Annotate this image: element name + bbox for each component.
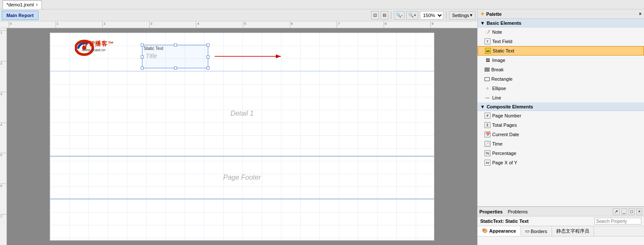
line-icon: — [484, 95, 490, 101]
properties-action-button[interactable]: ↗ [613, 208, 620, 215]
note-label: Note [492, 29, 502, 35]
basic-section-label: Basic Elements [487, 20, 521, 26]
break-icon [484, 67, 490, 72]
composite-elements-header[interactable]: ▼ Composite Elements [478, 102, 644, 111]
ruler-mark-8: 8 [384, 21, 431, 28]
palette-item-pagexy[interactable]: ## Page X of Y [478, 158, 644, 167]
footer-label: Page Footer [223, 174, 261, 181]
currentdate-icon: 📅 [484, 131, 490, 137]
palette-item-rectangle[interactable]: Rectangle [478, 74, 644, 84]
palette-item-ellipse[interactable]: ○ Ellipse [478, 84, 644, 93]
palette-item-statictext[interactable]: ab Static Text Static text element [478, 46, 644, 55]
borders-icon: ▭ [525, 228, 529, 234]
statictext-label: Static Text [493, 48, 514, 53]
break-label: Break [491, 67, 504, 72]
properties-toolbar: Properties Problems ↗ _ □ × [478, 207, 644, 216]
properties-max-button[interactable]: □ [629, 208, 635, 215]
expand-icon: ▼ [480, 20, 485, 26]
tab-appearance[interactable]: 🎨 Appearance [478, 226, 521, 236]
palette-item-currentdate[interactable]: 📅 Current Date [478, 130, 644, 139]
composite-expand-icon: ▼ [480, 104, 485, 109]
palette-close[interactable]: × [639, 12, 641, 16]
extra-label: 静态文字程序员 [556, 228, 589, 234]
properties-close-button[interactable]: × [636, 208, 642, 215]
properties-panel: Properties Problems ↗ _ □ × StaticText: … [478, 207, 644, 245]
properties-label: Properties [479, 209, 502, 214]
percentage-label: Percentage [492, 151, 516, 156]
ellipse-icon: ○ [484, 85, 490, 91]
pagexy-icon: ## [484, 160, 490, 166]
textfield-label: Text Field [492, 39, 512, 44]
canvas-scroll-area[interactable]: 传智播客™ www.itcast.cn [7, 28, 477, 245]
properties-min-button[interactable]: _ [621, 208, 627, 215]
main-report-tab[interactable]: Main Report [2, 11, 38, 20]
file-tab-close[interactable]: × [35, 3, 38, 7]
ruler-mark-4: 4 [196, 21, 243, 28]
handle-tm[interactable] [174, 44, 177, 47]
palette-item-break[interactable]: Break [478, 65, 644, 74]
currentdate-label: Current Date [492, 132, 519, 137]
file-tab-label: *demo1.jrxml [6, 2, 34, 7]
palette-item-time[interactable]: 🕐 Time [478, 139, 644, 149]
basic-elements-header[interactable]: ▼ Basic Elements [478, 19, 644, 27]
palette-item-image[interactable]: 🖼 Image [478, 55, 644, 65]
ruler-mark-0: 0 [9, 21, 56, 28]
vertical-ruler: 1 2 3 4 5 6 7 [0, 28, 7, 245]
detail-band: Detail 1 [50, 71, 434, 157]
line-label: Line [492, 95, 501, 100]
logo-url: www.itcast.cn [82, 48, 106, 52]
handle-br[interactable] [207, 67, 210, 70]
percentage-icon: % [484, 150, 490, 156]
zoom-in-button[interactable]: 🔍+ [406, 11, 418, 20]
fit-page-button[interactable]: ⊡ [371, 11, 379, 20]
handle-mr[interactable] [207, 55, 210, 58]
toolbar-separator-2 [446, 12, 446, 19]
file-tab[interactable]: *demo1.jrxml × [3, 0, 42, 9]
property-search-input[interactable] [594, 218, 641, 225]
palette-item-totalpages[interactable]: Σ Total Pages [478, 120, 644, 130]
static-text-element[interactable]: Static Text Title [142, 45, 208, 68]
v-mark-5: 5 [0, 153, 6, 184]
palette-item-pagenumber[interactable]: # Page Number [478, 111, 644, 120]
handle-ml[interactable] [141, 55, 144, 58]
ruler-mark-7: 7 [337, 21, 384, 28]
palette-item-percentage[interactable]: % Percentage [478, 149, 644, 158]
tab-extra[interactable]: 静态文字程序员 [552, 226, 594, 236]
statictext-icon: ab [485, 48, 491, 54]
properties-tabs: 🎨 Appearance ▭ Borders 静态文字程序员 [478, 226, 644, 236]
title-band: 传智播客™ www.itcast.cn [50, 33, 434, 71]
rectangle-label: Rectangle [491, 76, 513, 82]
right-panel: ✦ Palette × ▼ Basic Elements 📝 Note T Te… [477, 9, 644, 245]
title-placeholder: Title [142, 52, 208, 60]
palette-panel: ✦ Palette × ▼ Basic Elements 📝 Note T Te… [478, 9, 644, 207]
palette-item-line[interactable]: — Line [478, 93, 644, 102]
report-canvas[interactable]: 传智播客™ www.itcast.cn [50, 32, 434, 241]
logo-container: 传智播客™ www.itcast.cn [59, 39, 114, 52]
v-mark-6: 6 [0, 184, 6, 214]
v-mark-4: 4 [0, 122, 6, 153]
window-tab-bar: *demo1.jrxml × [0, 0, 644, 9]
textfield-icon: T [484, 38, 490, 44]
settings-arrow: ▾ [470, 12, 473, 18]
v-mark-3: 3 [0, 92, 6, 122]
pagenumber-label: Page Number [492, 113, 521, 118]
handle-tl[interactable] [141, 44, 144, 47]
zoom-out-button[interactable]: 🔍- [394, 11, 405, 20]
palette-item-textfield[interactable]: T Text Field [478, 37, 644, 46]
handle-bl[interactable] [141, 67, 144, 70]
settings-button[interactable]: Settings ▾ [449, 11, 476, 20]
ruler-mark-5: 5 [243, 21, 290, 28]
problems-tab-label[interactable]: Problems [508, 209, 527, 214]
borders-label: Borders [531, 229, 547, 234]
editor-toolbar: Main Report ⊡ ⊟ 🔍- 🔍+ 150% Settings ▾ [0, 9, 477, 21]
totalpages-label: Total Pages [492, 122, 517, 128]
ellipse-label: Ellipse [492, 86, 506, 91]
ruler-mark-6: 6 [290, 21, 337, 28]
tab-borders[interactable]: ▭ Borders [521, 226, 552, 236]
palette-item-note[interactable]: 📝 Note [478, 27, 644, 37]
zoom-select[interactable]: 150% [420, 11, 443, 20]
handle-tr[interactable] [207, 44, 210, 47]
handle-bm[interactable] [174, 67, 177, 70]
fit-width-button[interactable]: ⊟ [381, 11, 388, 20]
ruler-mark-3: 3 [149, 21, 196, 28]
